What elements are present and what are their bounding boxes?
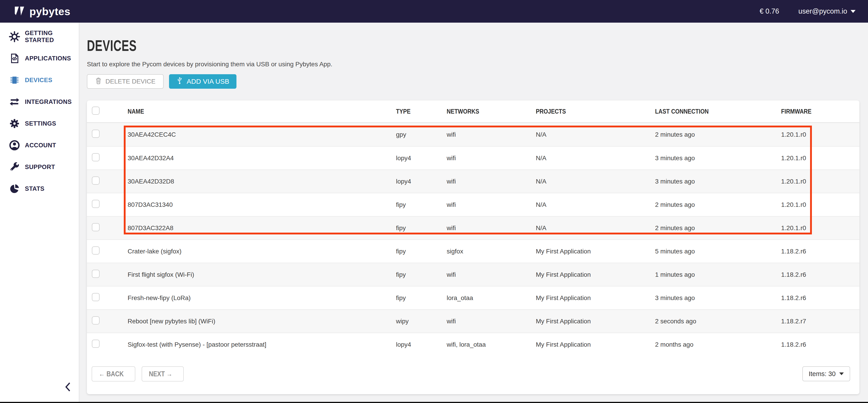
items-per-page-label: Items: 30 (809, 370, 836, 378)
table-row[interactable]: Reboot [new pybytes lib] (WiFi) wipy wif… (87, 309, 859, 333)
usb-icon (176, 77, 183, 87)
sidebar-item-getting-started[interactable]: GETTING STARTED (0, 26, 79, 48)
delete-device-button[interactable]: DELETE DEVICE (87, 74, 164, 89)
gear-icon (9, 118, 20, 129)
select-all-checkbox[interactable] (92, 106, 99, 115)
table-row[interactable]: 30AEA42D32A4 lopy4 wifi N/A 3 minutes ag… (87, 146, 859, 169)
devices-table-card: NAME TYPE NETWORKS PROJECTS LAST CONNECT… (87, 100, 859, 394)
device-type: lopy4 (396, 155, 447, 162)
device-last-connection: 2 months ago (655, 341, 778, 348)
table-row[interactable]: 807D3AC31340 fipy wifi N/A 2 minutes ago… (87, 193, 859, 216)
sidebar-item-devices[interactable]: DEVICES (0, 69, 79, 91)
column-header-projects: PROJECTS (536, 108, 566, 115)
device-name: 807D3AC31340 (128, 201, 396, 208)
column-header-networks: NETWORKS (447, 108, 479, 115)
row-checkbox[interactable] (92, 130, 99, 138)
device-type: fipy (396, 294, 447, 302)
device-networks: sigfox (447, 248, 536, 255)
sidebar-item-integrations[interactable]: INTEGRATIONS (0, 91, 79, 113)
next-button[interactable]: NEXT → (142, 366, 184, 381)
exchange-arrows-icon (9, 96, 20, 108)
sidebar-collapse-chevron-icon[interactable] (64, 382, 72, 393)
table-row[interactable]: 807D3AC322A8 fipy wifi N/A 2 minutes ago… (87, 216, 859, 239)
sidebar-item-label: INTEGRATIONS (25, 98, 72, 105)
table-row[interactable]: 30AEA42D32D8 lopy4 wifi N/A 3 minutes ag… (87, 169, 859, 193)
row-checkbox[interactable] (92, 153, 99, 161)
device-name: Reboot [new pybytes lib] (WiFi) (128, 318, 396, 325)
sidebar-item-settings[interactable]: SETTINGS (0, 113, 79, 134)
device-last-connection: 2 seconds ago (655, 318, 778, 325)
wrench-icon (9, 161, 20, 173)
sidebar-item-support[interactable]: SUPPORT (0, 156, 79, 178)
device-projects: N/A (536, 224, 655, 232)
account-balance: € 0.76 (760, 7, 779, 16)
device-networks: wifi, lora_otaa (447, 341, 536, 348)
device-networks: wifi (447, 201, 536, 208)
toolbar: DELETE DEVICE ADD VIA USB (87, 74, 859, 89)
device-firmware: 1.20.1.r0 (778, 131, 859, 138)
sidebar-item-label: APPLICATIONS (25, 55, 71, 62)
table-header-row: NAME TYPE NETWORKS PROJECTS LAST CONNECT… (87, 100, 859, 123)
device-networks: wifi (447, 271, 536, 278)
device-last-connection: 3 minutes ago (655, 294, 778, 302)
device-name: First flight sigfox (Wi-Fi) (128, 271, 396, 278)
page-title: DEVICES (87, 37, 137, 54)
column-header-firmware: FIRMWARE (781, 108, 811, 115)
device-firmware: 1.18.2.r6 (778, 341, 859, 348)
pybytes-logo[interactable]: pybytes (13, 4, 70, 18)
device-projects: My First Application (536, 271, 655, 278)
sun-icon (9, 31, 20, 42)
device-networks: wifi (447, 318, 536, 325)
device-firmware: 1.20.1.r0 (778, 224, 859, 232)
add-via-usb-label: ADD VIA USB (187, 78, 229, 85)
row-checkbox[interactable] (92, 200, 99, 208)
table-row[interactable]: Fresh-new-fipy (LoRa) fipy lora_otaa My … (87, 286, 859, 309)
device-type: fipy (396, 224, 447, 232)
device-last-connection: 5 minutes ago (655, 248, 778, 255)
device-last-connection: 2 minutes ago (655, 201, 778, 208)
table-body: 30AEA42CEC4C gpy wifi N/A 2 minutes ago … (87, 123, 859, 356)
row-checkbox[interactable] (92, 340, 99, 348)
device-name: Sigfox-test (with Pysense) - [pastoor pe… (128, 341, 396, 348)
row-checkbox[interactable] (92, 270, 99, 278)
table-row[interactable]: Crater-lake (sigfox) fipy sigfox My Firs… (87, 239, 859, 263)
row-checkbox[interactable] (92, 316, 99, 324)
table-row[interactable]: 30AEA42CEC4C gpy wifi N/A 2 minutes ago … (87, 123, 859, 146)
device-projects: My First Application (536, 341, 655, 348)
row-checkbox[interactable] (92, 293, 99, 301)
main-content: DEVICES Start to explore the Pycom devic… (79, 23, 868, 402)
device-last-connection: 3 minutes ago (655, 178, 778, 185)
sidebar-item-applications[interactable]: APPLICATIONS (0, 48, 79, 69)
row-checkbox[interactable] (92, 223, 99, 231)
device-firmware: 1.20.1.r0 (778, 201, 859, 208)
table-row[interactable]: First flight sigfox (Wi-Fi) fipy wifi My… (87, 263, 859, 286)
back-button[interactable]: ← BACK (92, 366, 135, 381)
top-bar: pybytes € 0.76 user@pycom.io (0, 0, 868, 23)
window-bottom-edge (0, 402, 868, 403)
device-name: Crater-lake (sigfox) (128, 248, 396, 255)
device-last-connection: 2 minutes ago (655, 131, 778, 138)
row-checkbox[interactable] (92, 177, 99, 185)
sidebar-item-account[interactable]: ACCOUNT (0, 134, 79, 156)
code-document-icon (9, 53, 20, 64)
add-via-usb-button[interactable]: ADD VIA USB (169, 74, 237, 89)
sidebar-item-label: DEVICES (25, 77, 52, 84)
column-header-type: TYPE (396, 108, 410, 115)
user-menu[interactable]: user@pycom.io (798, 7, 856, 16)
column-header-name: NAME (128, 108, 144, 115)
device-type: wipy (396, 318, 447, 325)
device-firmware: 1.18.2.r7 (778, 318, 859, 325)
table-row[interactable]: Sigfox-test (with Pysense) - [pastoor pe… (87, 333, 859, 356)
sidebar: GETTING STARTED APPLICATIONS (0, 23, 79, 402)
row-checkbox[interactable] (92, 246, 99, 254)
sidebar-item-stats[interactable]: STATS (0, 178, 79, 199)
device-name: 30AEA42D32D8 (128, 178, 396, 185)
device-name: Fresh-new-fipy (LoRa) (128, 294, 396, 302)
logo-text: pybytes (29, 5, 70, 18)
device-networks: wifi (447, 131, 536, 138)
device-type: gpy (396, 131, 447, 138)
items-per-page-dropdown[interactable]: Items: 30 (802, 366, 850, 381)
sidebar-item-label: ACCOUNT (25, 142, 56, 149)
device-firmware: 1.18.2.r6 (778, 248, 859, 255)
device-type: lopy4 (396, 178, 447, 185)
